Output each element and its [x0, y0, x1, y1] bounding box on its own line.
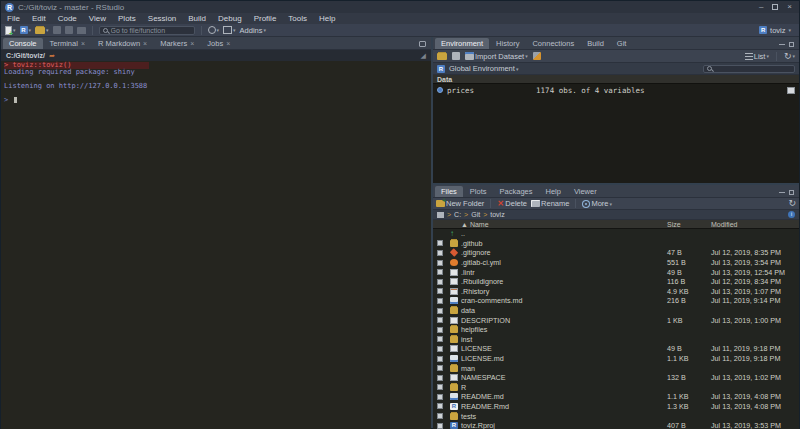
file-row[interactable]: RREADME.Rmd1.3 KBJul 13, 2019, 4:08 PM	[433, 402, 799, 412]
menu-item-session[interactable]: Session	[148, 14, 176, 23]
view-data-icon[interactable]	[787, 87, 795, 94]
tab-r-markdown[interactable]: R Markdown×	[92, 38, 153, 49]
file-row[interactable]: DESCRIPTION1 KBJul 13, 2019, 1:00 PM	[433, 315, 799, 325]
goto-file-function-box[interactable]	[99, 26, 195, 35]
file-name[interactable]: DESCRIPTION	[461, 316, 667, 325]
delete-button[interactable]: ✕Delete	[497, 199, 527, 208]
tab-jobs[interactable]: Jobs×	[201, 38, 236, 49]
file-row[interactable]: Rtoviz.Rproj407 BJul 13, 2019, 3:53 PM	[433, 421, 799, 429]
refresh-environment-button[interactable]: ↻▾	[784, 52, 795, 61]
tab-history[interactable]: History	[490, 38, 525, 49]
tab-git[interactable]: Git	[611, 38, 633, 49]
tab-plots[interactable]: Plots	[464, 186, 493, 197]
menu-item-plots[interactable]: Plots	[118, 14, 136, 23]
expand-object-icon[interactable]	[437, 87, 443, 93]
close-tab-icon[interactable]: ×	[190, 40, 194, 47]
file-checkbox[interactable]	[437, 423, 443, 429]
file-name[interactable]: .lintr	[461, 268, 667, 277]
file-name[interactable]: .github	[461, 239, 667, 248]
close-tab-icon[interactable]: ×	[143, 40, 147, 47]
tab-help[interactable]: Help	[539, 186, 566, 197]
menu-item-view[interactable]: View	[89, 14, 106, 23]
file-checkbox[interactable]	[437, 269, 443, 275]
maximize-pane-icon[interactable]	[789, 42, 794, 47]
maximize-button[interactable]	[772, 4, 778, 10]
load-workspace-icon[interactable]	[437, 53, 447, 60]
home-icon[interactable]	[437, 212, 444, 218]
file-checkbox[interactable]	[437, 413, 443, 419]
file-row[interactable]: data	[433, 306, 799, 316]
tab-viewer[interactable]: Viewer	[568, 186, 603, 197]
file-row[interactable]: .Rbuildignore116 BJul 12, 2019, 8:34 PM	[433, 277, 799, 287]
new-project-button[interactable]: R▾	[20, 26, 32, 34]
column-modified[interactable]: Modified	[711, 221, 799, 228]
file-row[interactable]: .gitlab-ci.yml551 BJul 13, 2019, 3:54 PM	[433, 258, 799, 268]
file-checkbox[interactable]	[437, 260, 443, 266]
workspace-tool-button[interactable]: ▾	[208, 26, 220, 34]
menu-item-edit[interactable]: Edit	[32, 14, 46, 23]
clear-objects-icon[interactable]	[533, 52, 541, 60]
goto-file-function-input[interactable]	[111, 27, 191, 34]
file-row[interactable]: .github	[433, 239, 799, 249]
file-row[interactable]: .gitignore47 BJul 12, 2019, 8:35 PM	[433, 248, 799, 258]
file-name[interactable]: inst	[461, 335, 667, 344]
file-row[interactable]: R	[433, 383, 799, 393]
file-row[interactable]: cran-comments.md216 BJul 11, 2019, 9:14 …	[433, 296, 799, 306]
environment-scope-selector[interactable]: Global Environment▾	[449, 64, 518, 73]
save-workspace-icon[interactable]	[452, 52, 460, 60]
menu-item-file[interactable]: File	[7, 14, 20, 23]
minimize-pane-icon[interactable]	[779, 44, 785, 45]
file-name[interactable]: ..	[461, 229, 667, 238]
save-all-button[interactable]	[65, 26, 73, 34]
file-name[interactable]: helpfiles	[461, 325, 667, 334]
close-tab-icon[interactable]: ×	[81, 40, 85, 47]
file-name[interactable]: .Rhistory	[461, 287, 667, 296]
column-name[interactable]: ▲ Name	[461, 221, 667, 228]
more-button[interactable]: More▾	[582, 199, 612, 208]
file-checkbox[interactable]	[437, 279, 443, 285]
file-checkbox[interactable]	[437, 317, 443, 323]
project-selector[interactable]: R toviz▾	[759, 26, 795, 35]
file-checkbox[interactable]	[437, 298, 443, 304]
file-checkbox[interactable]	[437, 375, 443, 381]
breadcrumb-segment[interactable]: toviz	[490, 211, 504, 218]
new-file-button[interactable]: ▾	[5, 26, 16, 35]
file-checkbox[interactable]	[437, 327, 443, 333]
object-name[interactable]: prices	[447, 86, 474, 95]
close-button[interactable]: ×	[787, 2, 792, 12]
file-checkbox[interactable]	[437, 356, 443, 362]
menu-item-tools[interactable]: Tools	[288, 14, 307, 23]
file-name[interactable]: cran-comments.md	[461, 296, 667, 305]
file-name[interactable]: .gitlab-ci.yml	[461, 258, 667, 267]
open-in-files-icon[interactable]: ➦	[49, 52, 55, 60]
file-name[interactable]: data	[461, 306, 667, 315]
file-checkbox[interactable]	[437, 288, 443, 294]
close-tab-icon[interactable]: ×	[226, 40, 230, 47]
menu-item-debug[interactable]: Debug	[218, 14, 242, 23]
tab-files[interactable]: Files	[435, 186, 463, 197]
minimize-pane-icon[interactable]	[779, 192, 785, 193]
menu-item-build[interactable]: Build	[188, 14, 206, 23]
file-row[interactable]: ↑..	[433, 229, 799, 239]
menu-item-code[interactable]: Code	[58, 14, 77, 23]
file-row[interactable]: .Rhistory4.9 KBJul 13, 2019, 1:07 PM	[433, 287, 799, 297]
file-name[interactable]: tests	[461, 412, 667, 421]
file-name[interactable]: .Rbuildignore	[461, 277, 667, 286]
file-row[interactable]: helpfiles	[433, 325, 799, 335]
file-name[interactable]: LICENSE.md	[461, 354, 667, 363]
file-name[interactable]: toviz.Rproj	[461, 421, 667, 429]
maximize-pane-icon[interactable]	[419, 41, 426, 47]
file-row[interactable]: .lintr49 BJul 13, 2019, 12:54 PM	[433, 267, 799, 277]
tab-connections[interactable]: Connections	[526, 38, 580, 49]
print-button[interactable]	[77, 27, 86, 34]
file-name[interactable]: man	[461, 364, 667, 373]
file-row[interactable]: tests	[433, 411, 799, 421]
menu-item-help[interactable]: Help	[319, 14, 335, 23]
open-file-button[interactable]: ▾	[35, 27, 49, 34]
column-size[interactable]: Size	[667, 221, 711, 228]
breadcrumb-segment[interactable]: C:	[454, 211, 461, 218]
tab-build[interactable]: Build	[581, 38, 610, 49]
list-view-selector[interactable]: List▾	[745, 52, 769, 61]
file-row[interactable]: NAMESPACE132 BJul 13, 2019, 1:02 PM	[433, 373, 799, 383]
file-checkbox[interactable]	[437, 394, 443, 400]
